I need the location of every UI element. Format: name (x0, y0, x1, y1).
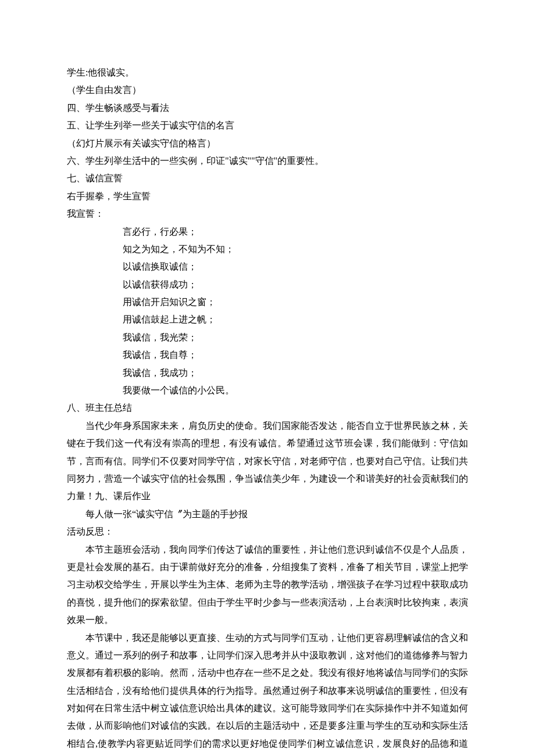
text-line: 我诚信，我自尊； (67, 346, 468, 364)
text-line: 我宣誓： (67, 205, 468, 223)
text-line: 知之为知之，不知为不知； (67, 241, 468, 258)
text-line: 右手握拳，学生宣誓 (67, 188, 468, 205)
text-line: 本节课中，我还是能够以更直接、生动的方式与同学们互动，让他们更容易理解诚信的含义… (67, 629, 468, 757)
text-line: 每人做一张“诚实守信〞为主题的手抄报 (67, 506, 468, 523)
text-line: 以诚信换取诚信； (67, 258, 468, 275)
text-line: 四、学生畅谈感受与看法 (67, 99, 468, 117)
text-line: 活动反思： (67, 523, 468, 540)
text-line: 言必行，行必果； (67, 223, 468, 241)
document-body: 学生:他很诚实。（学生自由发言）四、学生畅谈感受与看法五、让学生列举一些关于诚实… (67, 64, 468, 756)
text-line: 用诚信开启知识之窗； (67, 293, 468, 311)
text-line: 学生:他很诚实。 (67, 64, 468, 81)
text-line: 六、学生列举生活中的一些实例，印证"诚实""守信"的重要性。 (67, 152, 468, 170)
document-page: 学生:他很诚实。（学生自由发言）四、学生畅谈感受与看法五、让学生列举一些关于诚实… (0, 0, 535, 756)
text-line: 七、诚信宣誓 (67, 170, 468, 187)
text-line: 以诚信获得成功； (67, 276, 468, 293)
text-line: 本节主题班会活动，我向同学们传达了诚信的重要性，并让他们意识到诚信不仅是个人品质… (67, 541, 468, 629)
text-line: 我诚信，我成功； (67, 364, 468, 382)
text-line: 用诚信鼓起上进之帆； (67, 311, 468, 328)
text-line: 我诚信，我光荣； (67, 329, 468, 346)
text-line: （幻灯片展示有关诚实守信的格言） (67, 135, 468, 152)
text-line: 当代少年身系国家未来，肩负历史的使命。我们国家能否发达，能否自立于世界民族之林，… (67, 417, 468, 506)
text-line: （学生自由发言） (67, 81, 468, 99)
text-line: 我要做一个诚信的小公民。 (67, 382, 468, 399)
text-line: 五、让学生列举一些关于诚实守信的名言 (67, 117, 468, 134)
text-line: 八、班主任总结 (67, 399, 468, 417)
